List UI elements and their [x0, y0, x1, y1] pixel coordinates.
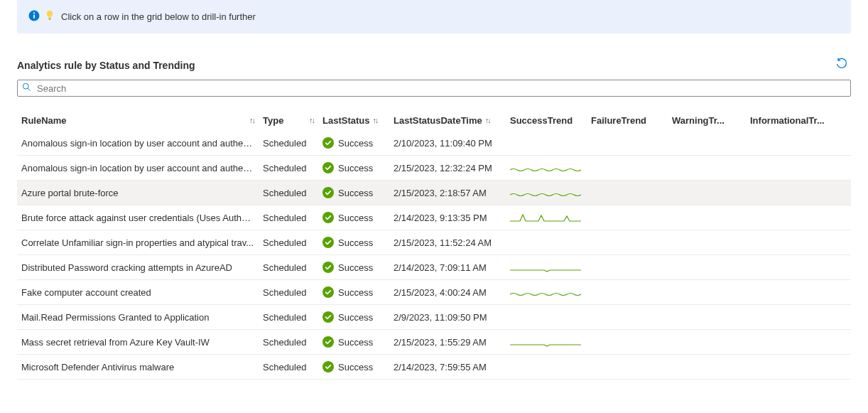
cell-type: Scheduled [263, 312, 306, 323]
cell-datetime: 2/15/2023, 2:18:57 AM [394, 188, 487, 198]
cell-datetime: 2/15/2023, 12:32:24 PM [394, 163, 492, 173]
col-header-rulename[interactable]: RuleName ↑↓ [17, 115, 259, 126]
cell-type: Scheduled [263, 337, 306, 348]
cell-rulename: Mail.Read Permissions Granted to Applica… [21, 312, 209, 323]
table-row[interactable]: Mail.Read Permissions Granted to Applica… [17, 305, 851, 330]
table-row[interactable]: Microsoft Defender Antivirus malwareSche… [17, 355, 851, 380]
col-header-successtrend[interactable]: SuccessTrend [506, 115, 587, 126]
success-icon [322, 336, 334, 348]
cell-rulename: Microsoft Defender Antivirus malware [21, 362, 174, 372]
success-icon [322, 311, 334, 323]
svg-point-2 [33, 12, 35, 14]
cell-status: Success [322, 237, 373, 248]
cell-status: Success [322, 336, 373, 348]
col-header-laststatusdatetime[interactable]: LastStatusDateTime ↑↓ [389, 115, 506, 126]
reset-button[interactable] [832, 55, 851, 75]
info-banner: Click on a row in the grid below to dril… [17, 0, 851, 33]
cell-successtrend [506, 286, 587, 298]
col-header-informationaltrend[interactable]: InformationalTr... [746, 115, 831, 126]
analytics-grid: RuleName ↑↓ Type ↑↓ LastStatus ↑↓ LastSt… [17, 109, 851, 385]
cell-successtrend [506, 187, 587, 198]
cell-rulename: Azure portal brute-force [21, 188, 119, 198]
cell-type: Scheduled [263, 262, 306, 273]
sparkline [510, 336, 581, 348]
grid-header-row: RuleName ↑↓ Type ↑↓ LastStatus ↑↓ LastSt… [17, 109, 851, 131]
cell-successtrend [506, 262, 587, 273]
cell-rulename: Anomalous sign-in location by user accou… [21, 163, 254, 173]
cell-datetime: 2/15/2023, 11:52:24 AM [394, 237, 492, 248]
svg-rect-3 [48, 18, 51, 18]
cell-datetime: 2/9/2023, 11:09:50 PM [394, 312, 487, 323]
col-header-warningtrend[interactable]: WarningTr... [668, 115, 746, 126]
svg-rect-4 [49, 19, 51, 20]
success-icon [322, 212, 334, 223]
sort-icon: ↑↓ [309, 116, 314, 124]
success-icon [322, 262, 334, 273]
cell-datetime: 2/14/2023, 9:13:35 PM [394, 213, 487, 223]
table-row[interactable]: Azure portal brute-forceScheduledSuccess… [17, 181, 851, 205]
cell-status: Success [322, 262, 373, 273]
cell-status: Success [322, 361, 373, 372]
table-row[interactable]: Multiple Password Reset by userScheduled… [17, 380, 851, 385]
section-header: Analytics rule by Status and Trending [17, 55, 851, 75]
col-header-laststatus[interactable]: LastStatus ↑↓ [318, 115, 389, 126]
lightbulb-icon [45, 11, 54, 23]
cell-status: Success [322, 137, 373, 149]
cell-rulename: Anomalous sign-in location by user accou… [21, 138, 254, 149]
table-row[interactable]: Correlate Unfamiliar sign-in properties … [17, 230, 851, 255]
svg-line-6 [28, 88, 30, 90]
cell-type: Scheduled [263, 213, 306, 223]
info-icon [28, 10, 40, 23]
cell-rulename: Fake computer account created [21, 287, 151, 298]
success-icon [322, 286, 334, 298]
cell-status: Success [322, 311, 373, 323]
cell-type: Scheduled [263, 362, 306, 372]
col-header-failuretrend[interactable]: FailureTrend [587, 115, 668, 126]
cell-type: Scheduled [263, 138, 306, 149]
svg-point-5 [23, 83, 28, 89]
success-icon [322, 237, 334, 248]
table-row[interactable]: Distributed Password cracking attempts i… [17, 255, 851, 280]
sparkline [510, 262, 581, 273]
cell-status: Success [322, 187, 373, 198]
sort-icon: ↑↓ [372, 116, 377, 124]
cell-type: Scheduled [263, 188, 306, 198]
cell-datetime: 2/14/2023, 7:59:55 AM [394, 362, 487, 372]
grid-body: Anomalous sign-in location by user accou… [17, 131, 851, 385]
cell-successtrend [506, 212, 587, 223]
sparkline [510, 162, 581, 173]
info-banner-text: Click on a row in the grid below to dril… [61, 11, 256, 22]
sort-icon: ↑↓ [485, 116, 490, 124]
cell-type: Scheduled [263, 163, 306, 173]
success-icon [322, 137, 334, 149]
cell-successtrend [506, 336, 587, 348]
table-row[interactable]: Fake computer account createdScheduledSu… [17, 280, 851, 305]
search-input[interactable] [36, 81, 846, 95]
success-icon [322, 162, 334, 173]
cell-type: Scheduled [263, 237, 306, 248]
cell-datetime: 2/15/2023, 4:00:24 AM [394, 287, 487, 298]
sparkline [510, 212, 581, 223]
cell-rulename: Distributed Password cracking attempts i… [21, 262, 232, 273]
search-icon [22, 82, 31, 94]
search-box[interactable] [17, 80, 851, 97]
sparkline [510, 187, 581, 198]
sparkline [510, 286, 581, 298]
table-row[interactable]: Brute force attack against user credenti… [17, 205, 851, 230]
table-row[interactable]: Anomalous sign-in location by user accou… [17, 156, 851, 181]
cell-datetime: 2/10/2023, 11:09:40 PM [394, 138, 492, 149]
sort-icon: ↑↓ [249, 116, 254, 124]
cell-rulename: Mass secret retrieval from Azure Key Vau… [21, 337, 210, 348]
success-icon [322, 187, 334, 198]
cell-status: Success [322, 212, 373, 223]
table-row[interactable]: Mass secret retrieval from Azure Key Vau… [17, 330, 851, 355]
cell-status: Success [322, 286, 373, 298]
cell-datetime: 2/14/2023, 7:09:11 AM [394, 262, 487, 273]
cell-successtrend [506, 162, 587, 173]
success-icon [322, 361, 334, 372]
cell-rulename: Correlate Unfamiliar sign-in properties … [21, 237, 254, 248]
col-header-type[interactable]: Type ↑↓ [259, 115, 318, 126]
cell-type: Scheduled [263, 287, 306, 298]
table-row[interactable]: Anomalous sign-in location by user accou… [17, 131, 851, 156]
section-title: Analytics rule by Status and Trending [17, 60, 195, 71]
